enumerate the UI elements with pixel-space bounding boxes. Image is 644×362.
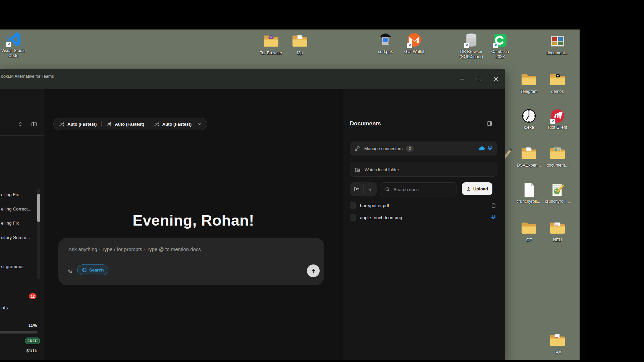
connector-icon bbox=[355, 146, 360, 151]
prompt-placeholder[interactable]: Ask anything · Type / for prompts · Type… bbox=[68, 246, 201, 252]
desktop-icon-riot-client[interactable]: ↗ Riot Client bbox=[543, 108, 572, 130]
folder-icon bbox=[521, 146, 537, 162]
notepad-pencil-icon bbox=[549, 182, 566, 198]
upload-icon bbox=[466, 186, 471, 191]
prompt-input-card[interactable]: Ask anything · Type / for prompts · Type… bbox=[58, 238, 324, 285]
search-docs-input[interactable]: Search docs bbox=[380, 182, 457, 196]
sidebar-scrollbar[interactable] bbox=[37, 188, 40, 279]
search-docs-placeholder: Search docs bbox=[393, 187, 419, 192]
desktop-icon-tax[interactable]: TAX bbox=[543, 333, 572, 355]
desktop-icon-label: i2p bbox=[285, 51, 314, 56]
shortcut-arrow-icon: ↗ bbox=[6, 42, 11, 47]
desktop-icon-crunchyroll-file[interactable]: crunchyroll.... bbox=[515, 182, 543, 204]
documents-panel: Documents Manage connectors 2 bbox=[343, 89, 505, 360]
sidebar-item-chat[interactable]: st grammar bbox=[1, 262, 36, 271]
desktop-icon-cf[interactable]: CF bbox=[515, 221, 543, 243]
desktop-icon-neu[interactable]: NEU bbox=[543, 221, 572, 243]
file-checkbox[interactable] bbox=[350, 215, 356, 221]
desktop-icon-dsaexperi[interactable]: DSAExperi... bbox=[515, 146, 543, 168]
cloud-icon bbox=[479, 145, 485, 152]
manage-connectors-row[interactable]: Manage connectors 2 bbox=[350, 141, 497, 156]
model-selector[interactable]: Auto (Fastest) Auto (Fastest) bbox=[53, 118, 207, 130]
watch-local-folder-row[interactable]: Watch local folder bbox=[350, 163, 497, 177]
new-folder-icon[interactable] bbox=[350, 182, 363, 196]
desktop-icon-i2p[interactable]: i2p bbox=[285, 34, 314, 56]
desktop-icon-label: CF bbox=[515, 238, 543, 243]
shuffle-icon bbox=[106, 122, 111, 127]
window-content: elling Fix elling Correct... elling Fix … bbox=[0, 89, 505, 360]
sidebar-item-chat[interactable]: sitory Summ... bbox=[1, 233, 36, 242]
window-title: ookLM Alternative for Teams bbox=[1, 74, 54, 79]
sidebar-nav-label[interactable]: nts bbox=[1, 305, 8, 310]
sidebar-item-chat[interactable]: elling Fix bbox=[1, 219, 36, 228]
desktop-icon-label: surf.ppk bbox=[371, 49, 400, 54]
scrollbar-thumb[interactable] bbox=[37, 194, 40, 222]
desktop-icon-telegram[interactable]: Telegram bbox=[515, 72, 543, 94]
plan-badge: FREE bbox=[25, 338, 40, 344]
manage-connectors-label: Manage connectors bbox=[364, 146, 402, 151]
connectors-count-badge: 2 bbox=[406, 145, 414, 152]
upload-button[interactable]: Upload bbox=[462, 182, 492, 195]
desktop-icon-tor-browser[interactable]: Tor Browser bbox=[257, 34, 285, 56]
desktop-icon-camtasia[interactable]: ↗ Camtasia 2023 bbox=[486, 32, 515, 59]
desktop-icon-label: Camtasia 2023 bbox=[489, 49, 511, 59]
sliders-icon[interactable] bbox=[67, 268, 73, 275]
desktop-icon-surf-ppk[interactable]: surf.ppk bbox=[371, 32, 400, 54]
app-window: ookLM Alternative for Teams bbox=[0, 69, 505, 360]
desktop-icon-db-browser[interactable]: ↗ DB Browser (SQLCipher) bbox=[457, 32, 486, 59]
upload-label: Upload bbox=[473, 186, 488, 191]
chevron-down-icon[interactable] bbox=[197, 122, 202, 126]
dropbox-icon bbox=[491, 215, 496, 220]
desktop-icon-document-top[interactable]: document... bbox=[543, 34, 572, 56]
doc-toolbar-buttons bbox=[350, 182, 377, 196]
notification-badge: 12 bbox=[29, 293, 37, 299]
sort-icon[interactable] bbox=[17, 121, 23, 127]
desktop-icon-demos[interactable]: demos bbox=[543, 72, 572, 94]
folder-icon bbox=[549, 72, 566, 88]
desktop-icon-label: NEU bbox=[543, 238, 572, 243]
desktop-icon-label: document... bbox=[543, 51, 572, 56]
model-option[interactable]: Auto (Fastest) bbox=[115, 122, 144, 127]
sidebar: elling Fix elling Correct... elling Fix … bbox=[0, 89, 44, 360]
folder-icon bbox=[521, 221, 537, 237]
close-button[interactable] bbox=[490, 74, 502, 84]
desktop-icon-label: Riot Client bbox=[543, 125, 572, 130]
folder-icon bbox=[549, 333, 566, 349]
sidebar-collapse-icon[interactable] bbox=[31, 121, 37, 127]
maximize-button[interactable] bbox=[473, 74, 485, 84]
desktop-icon-label: crunchyroll.... bbox=[543, 199, 572, 204]
titlebar[interactable]: ookLM Alternative for Teams bbox=[0, 69, 505, 89]
search-icon bbox=[385, 187, 390, 192]
desktop: ↗ Visual Studio Code Tor Browser i2p bbox=[0, 29, 580, 360]
riot-icon: ↗ bbox=[549, 108, 566, 124]
sidebar-item-chat[interactable]: elling Correct... bbox=[1, 205, 36, 214]
file-name[interactable]: harrypotter.pdf bbox=[360, 203, 389, 208]
web-search-toggle[interactable]: Search bbox=[77, 264, 108, 275]
filter-icon[interactable] bbox=[364, 182, 377, 196]
model-option[interactable]: Auto (Fastest) bbox=[162, 122, 192, 127]
desktop-icon-gui-wallet[interactable]: ↗ GUI Wallet bbox=[400, 32, 429, 54]
panel-collapse-icon[interactable] bbox=[487, 121, 492, 126]
greeting: Evening, Rohan! bbox=[44, 212, 343, 229]
shortcut-arrow-icon: ↗ bbox=[407, 43, 412, 48]
minimize-button[interactable] bbox=[457, 74, 468, 84]
file-name[interactable]: apple-touch-icon.png bbox=[360, 215, 402, 220]
sidebar-item-chat[interactable]: elling Fix bbox=[1, 190, 36, 199]
folder-icon bbox=[549, 146, 566, 162]
desktop-icon-c-exe[interactable]: c.exe bbox=[515, 108, 543, 130]
doc-file-row[interactable]: apple-touch-icon.png bbox=[350, 212, 497, 223]
send-button[interactable] bbox=[307, 264, 320, 277]
desktop-icon-crunchyroll-note[interactable]: crunchyroll.... bbox=[543, 182, 572, 204]
model-option[interactable]: Auto (Fastest) bbox=[67, 122, 97, 127]
desktop-icon-label: c.exe bbox=[515, 125, 543, 130]
folder-icon bbox=[263, 34, 279, 50]
desktop-icon-vscode[interactable]: ↗ Visual Studio Code bbox=[0, 31, 28, 58]
dropbox-icon bbox=[487, 146, 493, 152]
file-checkbox[interactable] bbox=[350, 202, 356, 208]
desktop-icon-label: demos bbox=[543, 89, 572, 94]
desktop-icon-document2[interactable]: document... bbox=[543, 146, 572, 168]
doc-file-row[interactable]: harrypotter.pdf bbox=[350, 200, 497, 211]
documents-title: Documents bbox=[350, 120, 381, 127]
folder-icon bbox=[292, 34, 308, 50]
globe-icon bbox=[82, 267, 87, 273]
